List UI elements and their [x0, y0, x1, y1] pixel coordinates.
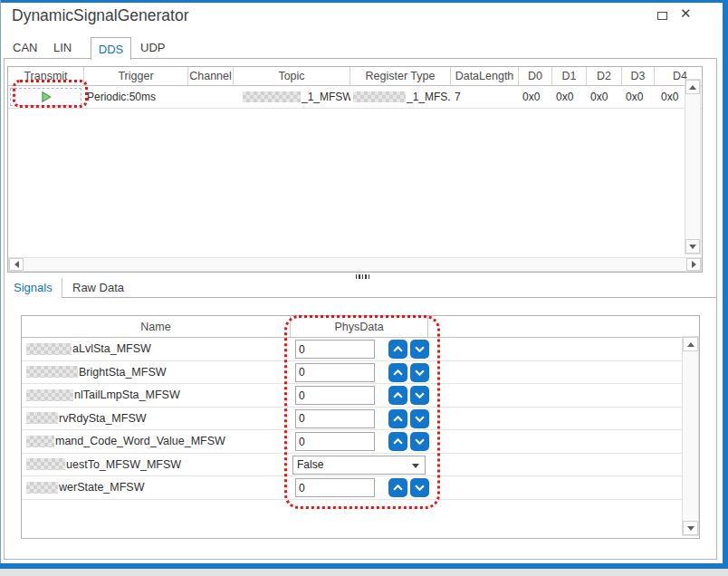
maximize-icon[interactable]: [657, 12, 667, 20]
physdata-input[interactable]: [295, 432, 375, 451]
register-type-text: _1_MFS...: [407, 91, 451, 103]
signal-name: rvRdySta_MFSW: [59, 412, 147, 425]
trigger-cell[interactable]: Periodic:50ms: [84, 86, 188, 108]
signals-table: Name PhysData aLvlSta_MFSW BrightSta_MFS…: [21, 315, 700, 539]
dropdown-caret-icon: [412, 464, 419, 468]
col-header-physdata[interactable]: PhysData: [291, 316, 428, 337]
signal-name: BrightSta_MFSW: [79, 366, 167, 379]
tab-lin[interactable]: LIN: [53, 41, 72, 54]
window-border-left: [0, 0, 1, 569]
signal-row: mand_Code_Word_Value_MFSW: [22, 430, 683, 454]
spinner-up-icon[interactable]: [388, 340, 407, 359]
signals-table-header: Name PhysData: [22, 316, 699, 338]
physdata-input[interactable]: [295, 478, 375, 497]
redacted-name-prefix: [26, 436, 54, 447]
physdata-input[interactable]: [295, 386, 375, 405]
col-header-d3[interactable]: D3: [622, 67, 655, 85]
spinner-down-icon[interactable]: [410, 432, 429, 451]
splitter-grip-icon[interactable]: [356, 274, 369, 279]
redacted-name-prefix: [26, 343, 72, 355]
d0-cell[interactable]: 0x0: [519, 86, 552, 108]
d3-cell[interactable]: 0x0: [622, 86, 655, 108]
scroll-up-icon[interactable]: [685, 80, 700, 94]
spinner-down-icon[interactable]: [410, 409, 429, 428]
signal-row: rvRdySta_MFSW: [22, 408, 683, 431]
transmit-grid-row: Periodic:50ms _1_MFSW _1_MFS... 7 0x0 0x…: [8, 86, 702, 109]
close-icon[interactable]: ✕: [680, 5, 692, 22]
transmit-grid-header: Transmit Trigger Channel Topic Register …: [8, 67, 702, 86]
scroll-down-icon[interactable]: [683, 521, 698, 535]
col-header-d1[interactable]: D1: [552, 67, 587, 85]
col-header-register-type[interactable]: Register Type: [350, 67, 451, 85]
redacted-topic-prefix: [243, 91, 301, 102]
redacted-name-prefix: [26, 482, 58, 494]
d2-cell[interactable]: 0x0: [587, 86, 622, 108]
redacted-register-prefix: [353, 91, 406, 102]
signal-row: BrightSta_MFSW: [22, 361, 683, 385]
spinner-down-icon[interactable]: [410, 478, 429, 497]
topic-text: _1_MFSW: [302, 91, 350, 103]
signal-row: werState_MFSW: [22, 476, 683, 500]
col-header-trigger[interactable]: Trigger: [84, 67, 188, 85]
transmit-cell: [8, 86, 84, 108]
play-icon[interactable]: [40, 91, 53, 103]
redacted-name-prefix: [26, 389, 73, 401]
tab-dds-label: DDS: [99, 43, 123, 56]
redacted-name-prefix: [26, 366, 78, 378]
physdata-input[interactable]: [295, 409, 375, 428]
col-header-name[interactable]: Name: [22, 316, 291, 337]
spinner-up-icon[interactable]: [388, 409, 407, 428]
transmit-grid: Transmit Trigger Channel Topic Register …: [7, 66, 703, 273]
physdata-dropdown[interactable]: False: [292, 456, 426, 475]
window-border-top: [0, 0, 728, 3]
tab-separator: [62, 278, 62, 298]
scroll-up-icon[interactable]: [683, 337, 698, 351]
spinner-down-icon[interactable]: [410, 386, 429, 405]
signal-name: mand_Code_Word_Value_MFSW: [55, 435, 225, 447]
col-header-d2[interactable]: D2: [587, 67, 622, 85]
tab-signals[interactable]: Signals: [14, 281, 53, 294]
signal-name: uestTo_MFSW_MFSW: [66, 458, 181, 471]
scroll-left-icon[interactable]: [9, 258, 24, 271]
spinner-up-icon[interactable]: [388, 432, 407, 451]
window-shadow: [0, 569, 728, 576]
signal-row: nlTailLmpSta_MFSW: [22, 384, 683, 408]
physdata-input[interactable]: [295, 340, 375, 359]
register-type-cell[interactable]: _1_MFS...: [350, 86, 451, 108]
scroll-down-icon[interactable]: [685, 239, 700, 254]
dynamic-signal-generator-window: { "window": { "title": "DynamicSignalGen…: [0, 0, 728, 576]
signal-row: aLvlSta_MFSW: [22, 338, 683, 361]
d1-cell[interactable]: 0x0: [552, 86, 587, 108]
spinner-up-icon[interactable]: [388, 363, 407, 382]
spinner-up-icon[interactable]: [388, 386, 407, 405]
grid-horizontal-scrollbar[interactable]: [8, 257, 702, 272]
signal-row: uestTo_MFSW_MFSW False: [22, 454, 683, 477]
tab-can[interactable]: CAN: [13, 41, 37, 54]
window-border-right: [723, 0, 728, 569]
topic-cell[interactable]: _1_MFSW: [234, 86, 350, 108]
scroll-right-icon[interactable]: [686, 258, 701, 271]
spinner-down-icon[interactable]: [410, 363, 429, 382]
signal-name: aLvlSta_MFSW: [72, 342, 151, 355]
window-title: DynamicSignalGenerator: [12, 6, 189, 25]
col-header-transmit[interactable]: Transmit: [8, 67, 84, 85]
dropdown-value: False: [297, 458, 323, 471]
col-header-datalength[interactable]: DataLength: [451, 67, 519, 85]
redacted-name-prefix: [26, 458, 65, 470]
signal-name: werState_MFSW: [59, 481, 144, 494]
col-header-topic[interactable]: Topic: [234, 67, 350, 85]
spinner-up-icon[interactable]: [388, 478, 407, 497]
channel-cell[interactable]: [188, 86, 234, 108]
tab-raw-data[interactable]: Raw Data: [72, 281, 124, 294]
tab-strip-border: [62, 297, 717, 298]
spinner-down-icon[interactable]: [410, 340, 429, 359]
datalength-cell[interactable]: 7: [451, 86, 519, 108]
col-header-channel[interactable]: Channel: [188, 67, 234, 85]
signal-name: nlTailLmpSta_MFSW: [74, 389, 180, 401]
signals-vertical-scrollbar[interactable]: [682, 336, 699, 536]
grid-vertical-scrollbar[interactable]: [685, 79, 701, 254]
col-header-d0[interactable]: D0: [519, 67, 552, 85]
tab-udp[interactable]: UDP: [140, 41, 165, 54]
physdata-input[interactable]: [295, 363, 375, 382]
tab-dds[interactable]: DDS: [91, 37, 131, 60]
